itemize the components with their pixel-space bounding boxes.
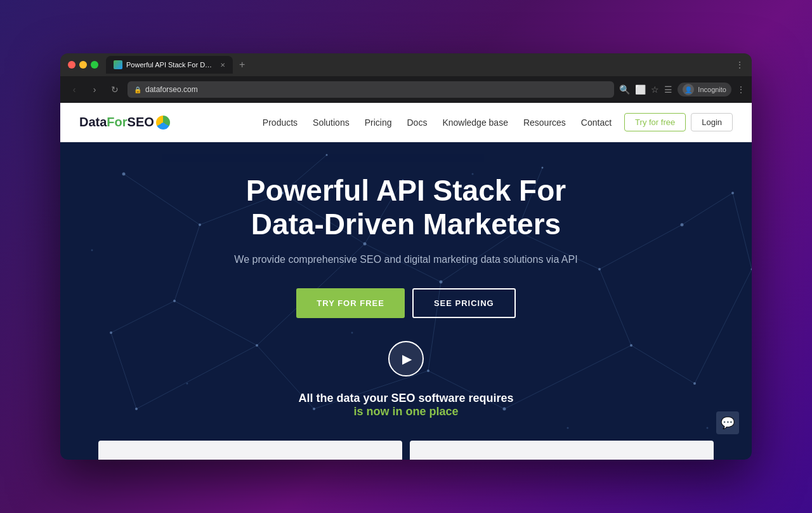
try-for-free-cta[interactable]: TRY FOR FREE [296,288,405,318]
svg-point-30 [173,300,176,302]
bottom-cards [60,441,752,460]
logo-icon [156,116,170,130]
nav-resources[interactable]: Resources [523,117,566,128]
site-nav: DataForSEO Products Solutions Pricing Do… [60,103,752,142]
card-peek-left [98,441,402,460]
svg-line-11 [682,193,733,225]
tab-close-icon[interactable]: ✕ [220,62,225,69]
svg-line-12 [599,269,631,345]
nav-links: Products Solutions Pricing Docs Knowledg… [263,117,612,128]
svg-point-47 [751,269,752,270]
browser-actions: 🔍 ⬜ ☆ ☰ 👤 Incognito ⋮ [619,83,745,97]
hero-title: Powerful API Stack For Data-Driven Marke… [234,174,577,241]
window-controls-right: ⋮ [735,60,744,70]
svg-line-4 [111,301,174,333]
play-icon: ▶ [402,351,412,366]
website-content: DataForSEO Products Solutions Pricing Do… [60,103,752,460]
nav-contact[interactable]: Contact [581,117,612,128]
forward-button[interactable]: › [87,82,102,97]
hero-subtitle: We provide comprehensive SEO and digital… [234,254,577,265]
traffic-lights [68,61,98,69]
menu-icon[interactable]: ⋮ [737,84,745,95]
logo: DataForSEO [79,115,170,130]
refresh-button[interactable]: ↻ [107,82,122,97]
svg-line-21 [733,193,752,269]
nav-products[interactable]: Products [263,117,298,128]
svg-point-39 [693,382,696,385]
tab-title: Powerful API Stack For Data-D [126,61,214,69]
see-pricing-cta[interactable]: SEE PRICING [412,288,516,318]
cast-icon[interactable]: ⬜ [635,84,646,95]
svg-point-37 [731,192,734,194]
bookmark-icon[interactable]: ☆ [651,84,659,95]
svg-point-35 [598,268,601,270]
incognito-avatar: 👤 [683,84,694,95]
back-button[interactable]: ‹ [67,82,82,97]
card-peek-right [410,441,714,460]
incognito-area: 👤 Incognito [678,83,731,97]
nav-pricing[interactable]: Pricing [365,117,392,128]
hero-section: Powerful API Stack For Data-Driven Marke… [60,142,752,460]
nav-knowledge-base[interactable]: Knowledge base [442,117,508,128]
svg-point-44 [326,154,328,156]
svg-point-43 [135,408,138,410]
svg-point-45 [542,167,544,169]
nav-buttons: Try for free Login [624,113,733,131]
svg-line-19 [111,333,136,409]
address-bar-row: ‹ › ↻ 🔒 dataforseo.com 🔍 ⬜ ☆ ☰ 👤 Incogni… [60,76,752,103]
lock-icon: 🔒 [134,86,141,93]
minimize-button[interactable] [79,61,87,69]
maximize-button[interactable] [91,61,98,69]
browser-window: Powerful API Stack For Data-D ✕ + ⋮ ‹ › … [60,53,752,460]
svg-line-3 [174,225,200,301]
address-bar[interactable]: 🔒 dataforseo.com [128,81,614,98]
hero-bottom-highlight: is now in one place [353,405,458,418]
login-button[interactable]: Login [691,113,733,131]
incognito-label: Incognito [698,86,726,93]
chat-icon: 💬 [721,416,735,430]
svg-point-27 [199,223,201,226]
svg-point-26 [122,173,126,176]
svg-line-13 [631,345,695,383]
title-bar: Powerful API Stack For Data-D ✕ + ⋮ [60,53,752,76]
nav-docs[interactable]: Docs [407,117,427,128]
nav-solutions[interactable]: Solutions [313,117,350,128]
chat-button[interactable]: 💬 [716,411,739,434]
hero-content: Powerful API Stack For Data-Driven Marke… [234,174,577,418]
svg-point-53 [567,427,569,429]
play-button[interactable]: ▶ [388,341,424,376]
tab-favicon [114,60,122,69]
svg-point-36 [681,223,684,227]
svg-line-10 [599,225,682,269]
svg-line-22 [695,269,752,383]
svg-point-31 [110,331,112,334]
try-free-button[interactable]: Try for free [624,113,686,131]
svg-point-51 [91,250,93,251]
tab-bar: Powerful API Stack For Data-D ✕ + [106,56,735,74]
logo-text: DataForSEO [79,115,154,130]
active-tab[interactable]: Powerful API Stack For Data-D ✕ [106,56,233,74]
svg-point-50 [707,427,709,429]
hero-bottom-text: All the data your SEO software requires … [234,392,577,418]
profile-icon[interactable]: ☰ [664,84,672,95]
hero-buttons: TRY FOR FREE SEE PRICING [234,288,577,318]
svg-line-0 [124,174,200,225]
search-icon[interactable]: 🔍 [619,84,630,95]
close-button[interactable] [68,61,75,69]
svg-point-49 [187,383,188,385]
url-text: dataforseo.com [145,85,198,94]
svg-point-38 [630,344,632,347]
new-tab-button[interactable]: + [235,59,249,70]
